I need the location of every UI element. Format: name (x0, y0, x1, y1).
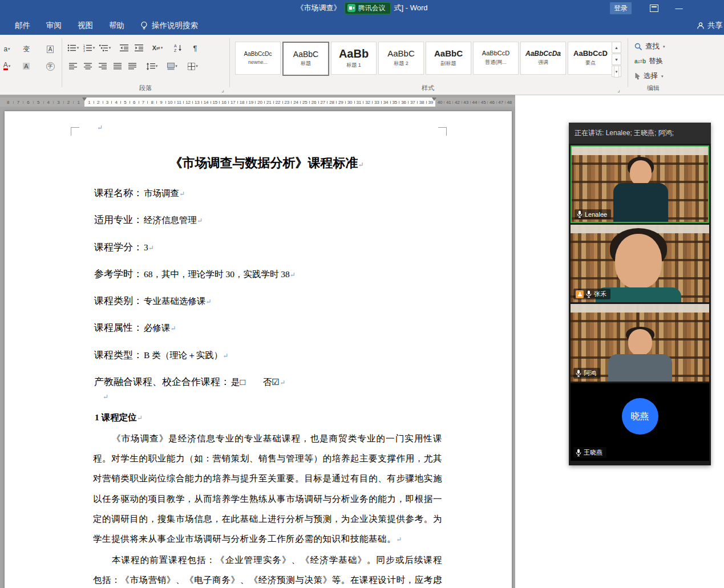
field-row: 课程类别：专业基础选修课↵ (94, 294, 448, 321)
tencent-meeting-label: 腾讯会议 (358, 3, 386, 13)
body-paragraphs: 《市场调查》是经济信息专业的专业基础课程，也是商贸类专业的一门实用性课程。对学生… (93, 428, 442, 588)
video-tile-zhanghe[interactable]: 张禾 (571, 225, 709, 302)
minimize-button[interactable]: — (669, 0, 689, 16)
style-subtitle[interactable]: AaBbC副标题 (426, 42, 471, 75)
style-normal-web[interactable]: AaBbCcD普通(网... (473, 42, 519, 75)
menu-bar: 邮件 审阅 视图 帮助 操作说明搜索 共享 (0, 16, 724, 35)
increase-indent-button[interactable] (132, 42, 146, 54)
gallery-up-button[interactable]: ▲ (612, 42, 621, 53)
tab-mailings[interactable]: 邮件 (7, 16, 38, 35)
field-row: 参考学时：68，其中，理论学时 30，实践学时 38↵ (94, 267, 448, 294)
svg-text:3: 3 (83, 49, 85, 52)
video-tile-ahong[interactable]: 阿鸿 (571, 304, 709, 382)
participant-video (609, 157, 672, 223)
paragraph-group-label: 段落 (111, 84, 180, 92)
show-hide-marks-button[interactable]: ¶ (188, 42, 202, 54)
indent-marker-left[interactable] (82, 98, 87, 101)
share-button[interactable]: 共享 (697, 16, 724, 35)
find-button[interactable]: 查找▾ (634, 42, 665, 51)
paragraph-2: 本课程的前置课程包括：《企业管理实务》、《经济学基础》。同步或后续课程包括：《市… (93, 550, 442, 588)
mic-icon (576, 449, 581, 456)
name-tag: 王晓燕 (573, 447, 606, 458)
numbered-list-button[interactable]: 123▾ (82, 42, 96, 54)
style-keypoint[interactable]: AaBbCcD要点 (568, 42, 613, 75)
styles-gallery: AaBbCcDcnewne... AaBbC标题 AaBb标题 1 AaBbC标… (235, 42, 613, 76)
horizontal-ruler[interactable]: 87654321 1234567891011121314151617181920… (0, 98, 515, 107)
person-icon (697, 22, 705, 30)
align-left-button[interactable] (66, 60, 80, 72)
video-tile-lenalee[interactable]: Lenalee (571, 145, 709, 223)
video-tile-wangxiaoyan[interactable]: 晓燕 王晓燕 (571, 383, 709, 461)
styles-group-label: 样式 (394, 84, 462, 92)
replace-button[interactable]: a⇄b 替换 (634, 56, 663, 66)
paragraph-mark: ↵ (103, 393, 108, 402)
multilevel-list-button[interactable]: ▾ (98, 42, 112, 54)
document-area: 87654321 1234567891011121314151617181920… (0, 95, 515, 588)
margin-crop-mark (71, 127, 79, 136)
paragraph-dialog-launcher[interactable]: ⌟ (221, 87, 224, 93)
shading-button[interactable]: ▾ (165, 60, 179, 72)
indent-marker-right[interactable] (432, 98, 436, 101)
tab-review[interactable]: 审阅 (38, 16, 70, 35)
justify-button[interactable] (111, 60, 124, 72)
style-heading1[interactable]: AaBb标题 1 (331, 42, 377, 75)
sort-button[interactable]: AZ (171, 42, 185, 54)
svg-text:A: A (174, 44, 177, 48)
mic-icon (576, 370, 581, 377)
tell-me-search[interactable]: 操作说明搜索 (140, 21, 198, 31)
tencent-meeting-overlay[interactable]: 腾讯会议 (345, 2, 391, 14)
enclose-characters-button[interactable]: 字 (43, 60, 57, 72)
bullet-list-button[interactable]: ▾ (66, 42, 80, 54)
ruler-main-numbers: 1234567891011121314151617181920212223242… (85, 98, 435, 107)
participant-video (606, 327, 674, 382)
paragraph-1: 《市场调查》是经济信息专业的专业基础课程，也是商贸类专业的一门实用性课程。对学生… (93, 428, 442, 550)
field-row: 适用专业：经济信息管理↵ (94, 213, 448, 240)
ruler-left-numbers: 87654321 (3, 98, 83, 107)
lightbulb-icon (140, 21, 148, 30)
avatar-circle: 晓燕 (622, 398, 658, 435)
font-color-button[interactable]: A▾ (0, 60, 14, 72)
svg-text:Z: Z (174, 48, 177, 52)
title-bar: 《市场调查》 腾讯会议 式] - Word 登录 — (0, 0, 724, 16)
name-tag: 张禾 (573, 289, 610, 299)
document-page[interactable]: ↵ 《市场调查与数据分析》课程标准↵ 课程名称：市场调查↵ 适用专业：经济信息管… (5, 111, 512, 588)
borders-button[interactable]: ▾ (186, 60, 200, 72)
style-heading2[interactable]: AaBbC标题 2 (378, 42, 424, 75)
gallery-down-button[interactable]: ▼ (612, 54, 621, 65)
speaking-status: 正在讲话: Lenalee; 王晓燕; 阿鸿; (569, 123, 711, 144)
edit-group-label: 编辑 (619, 84, 687, 92)
character-shading-button[interactable]: A (19, 60, 33, 72)
select-button[interactable]: 选择▾ (634, 71, 664, 81)
tell-me-label: 操作说明搜索 (152, 21, 198, 31)
phonetic-guide-button[interactable]: 变 (19, 43, 33, 55)
shrink-font-button[interactable]: a▾ (0, 43, 14, 55)
course-fields: 课程名称：市场调查↵ 适用专业：经济信息管理↵ 课程学分：3↵ 参考学时：68，… (94, 186, 448, 402)
asian-layout-button[interactable]: X⇄▾ (151, 42, 164, 54)
align-center-button[interactable] (81, 60, 95, 72)
search-icon (634, 43, 642, 51)
share-label: 共享 (707, 21, 723, 31)
field-row: 课程属性：必修课↵ (94, 321, 448, 348)
meeting-panel[interactable]: 正在讲话: Lenalee; 王晓燕; 阿鸿; Lenalee (569, 123, 711, 465)
ribbon-display-options-icon[interactable] (644, 0, 664, 16)
login-button[interactable]: 登录 (610, 2, 632, 14)
distribute-button[interactable] (126, 60, 139, 72)
character-border-button[interactable]: A (43, 43, 57, 55)
align-right-button[interactable] (96, 60, 110, 72)
style-newne[interactable]: AaBbCcDcnewne... (235, 42, 281, 75)
line-spacing-button[interactable]: ▾ (145, 60, 159, 72)
replace-icon: a⇄b (634, 58, 646, 64)
style-emphasis[interactable]: AaBbCcDa强调 (520, 42, 566, 75)
tab-view[interactable]: 视图 (70, 16, 101, 35)
name-tag: Lenalee (575, 209, 611, 219)
tab-help[interactable]: 帮助 (101, 16, 132, 35)
style-title[interactable]: AaBbC标题 (282, 42, 329, 76)
gallery-expand-button[interactable]: ▾ (612, 66, 621, 77)
decrease-indent-button[interactable] (118, 42, 131, 54)
field-row: 课程名称：市场调查↵ (94, 186, 448, 213)
name-tag: 阿鸿 (573, 368, 600, 379)
avatar-icon (576, 290, 584, 298)
gallery-scroll: ▲ ▼ ▾ (612, 42, 621, 77)
mic-icon (586, 290, 592, 298)
field-row: 课程类型：B 类（理论＋实践）↵ (94, 348, 448, 375)
